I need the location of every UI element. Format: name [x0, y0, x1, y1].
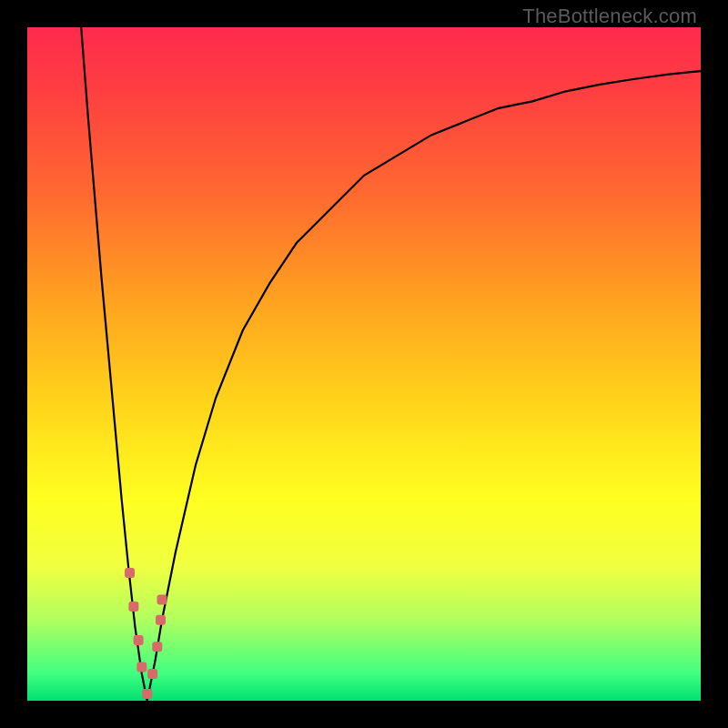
marker-point — [147, 669, 157, 679]
marker-point — [125, 568, 135, 578]
marker-point — [128, 602, 138, 612]
marker-point — [157, 595, 167, 605]
watermark-text: TheBottleneck.com — [522, 5, 697, 28]
marker-point — [156, 615, 166, 625]
curve-left-branch — [81, 27, 147, 701]
marker-point — [134, 635, 144, 645]
marker-point — [136, 662, 147, 672]
curve-layer — [27, 27, 701, 701]
chart-frame: TheBottleneck.com — [0, 0, 728, 728]
marker-point — [152, 642, 162, 652]
curve-right-branch — [147, 71, 701, 701]
plot-area — [27, 27, 701, 701]
marker-point — [142, 689, 152, 699]
